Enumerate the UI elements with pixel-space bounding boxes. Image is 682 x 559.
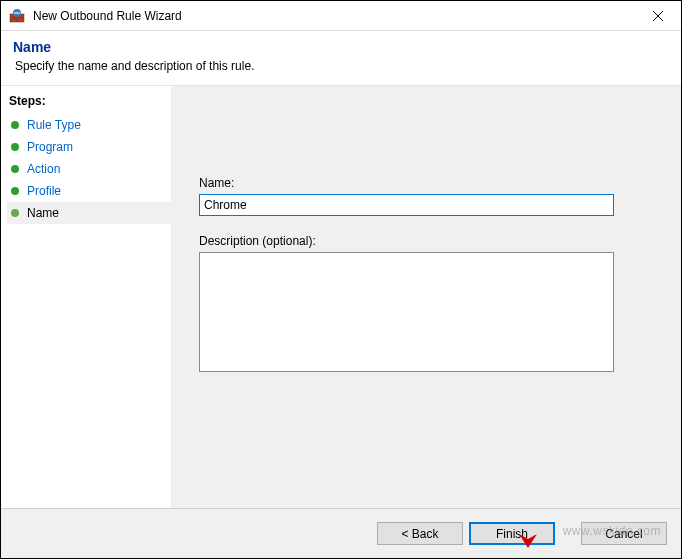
name-field-group: Name: bbox=[199, 176, 657, 216]
wizard-footer: < Back Finish Cancel bbox=[1, 508, 681, 558]
check-icon bbox=[11, 165, 19, 173]
step-label: Action bbox=[27, 162, 60, 176]
svg-rect-7 bbox=[14, 12, 20, 14]
wizard-body: Steps: Rule Type Program Action Profile … bbox=[1, 86, 681, 559]
description-label: Description (optional): bbox=[199, 234, 657, 248]
wizard-content: Name: Description (optional): bbox=[171, 86, 681, 559]
name-input[interactable] bbox=[199, 194, 614, 216]
name-label: Name: bbox=[199, 176, 657, 190]
page-subtitle: Specify the name and description of this… bbox=[13, 59, 669, 73]
step-program[interactable]: Program bbox=[7, 136, 171, 158]
step-label: Name bbox=[27, 206, 59, 220]
step-label: Profile bbox=[27, 184, 61, 198]
step-profile[interactable]: Profile bbox=[7, 180, 171, 202]
steps-heading: Steps: bbox=[7, 94, 171, 108]
current-step-icon bbox=[11, 209, 19, 217]
step-rule-type[interactable]: Rule Type bbox=[7, 114, 171, 136]
check-icon bbox=[11, 121, 19, 129]
steps-sidebar: Steps: Rule Type Program Action Profile … bbox=[1, 86, 171, 559]
step-label: Rule Type bbox=[27, 118, 81, 132]
check-icon bbox=[11, 187, 19, 195]
check-icon bbox=[11, 143, 19, 151]
description-input[interactable] bbox=[199, 252, 614, 372]
page-title: Name bbox=[13, 39, 669, 55]
firewall-icon bbox=[9, 8, 25, 24]
window-title: New Outbound Rule Wizard bbox=[33, 9, 643, 23]
close-button[interactable] bbox=[643, 1, 673, 31]
titlebar: New Outbound Rule Wizard bbox=[1, 1, 681, 31]
step-label: Program bbox=[27, 140, 73, 154]
finish-button[interactable]: Finish bbox=[469, 522, 555, 545]
step-action[interactable]: Action bbox=[7, 158, 171, 180]
description-field-group: Description (optional): bbox=[199, 234, 657, 375]
wizard-header: Name Specify the name and description of… bbox=[1, 31, 681, 86]
cancel-button[interactable]: Cancel bbox=[581, 522, 667, 545]
back-button[interactable]: < Back bbox=[377, 522, 463, 545]
step-name[interactable]: Name bbox=[7, 202, 171, 224]
